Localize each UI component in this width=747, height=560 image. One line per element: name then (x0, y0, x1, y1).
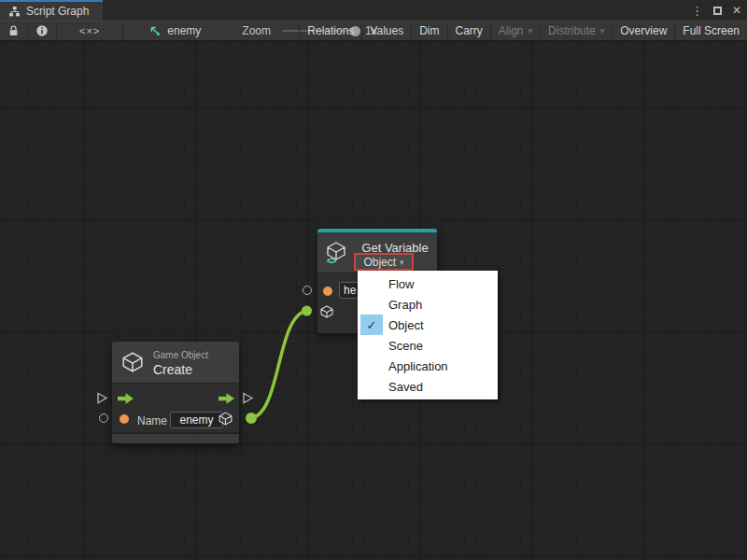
create-node-header[interactable]: Game Object Create (112, 342, 239, 384)
variable-name-port-dot[interactable] (323, 287, 332, 296)
name-outer-port[interactable] (99, 413, 108, 423)
name-input-port-dot[interactable] (120, 414, 129, 424)
flow-output-arrow-icon[interactable] (218, 393, 235, 404)
distribute-button[interactable]: Distribute▾ (540, 21, 612, 40)
close-icon[interactable]: ✕ (732, 5, 741, 16)
info-button[interactable] (28, 21, 56, 40)
create-node-title: Create (153, 362, 192, 377)
title-bar: Script Graph ⋮ ✕ (0, 0, 747, 21)
zoom-label: Zoom (242, 24, 271, 37)
flow-output-outer-port[interactable] (242, 392, 254, 404)
info-icon (35, 24, 49, 37)
gameobject-output-port-icon[interactable] (218, 411, 233, 427)
menu-item-object[interactable]: ✓ Object (358, 315, 498, 335)
variable-scope-menu: Flow Graph ✓ Object Scene Application Sa… (358, 271, 498, 399)
window-menu-icon[interactable]: ⋮ (691, 5, 703, 17)
variable-type-icon: <> (327, 256, 336, 266)
flow-input-arrow-icon[interactable] (118, 393, 134, 404)
create-node-subtitle: Game Object (153, 350, 208, 360)
graph-toolbar: <×> enemy Zoom 1x Relations Values Dim C… (0, 21, 747, 41)
graph-name: enemy (167, 24, 201, 37)
graph-icon (148, 24, 162, 37)
carry-button[interactable]: Carry (447, 21, 490, 40)
variable-name-outer-port[interactable] (303, 286, 312, 295)
tab-script-graph[interactable]: Script Graph (0, 0, 103, 21)
overview-button[interactable]: Overview (612, 21, 674, 40)
menu-item-flow[interactable]: Flow (358, 273, 498, 294)
lock-button[interactable] (0, 21, 27, 40)
flow-input-outer-port[interactable] (96, 392, 108, 404)
create-node-footer (112, 434, 239, 443)
menu-item-scene[interactable]: Scene (358, 335, 498, 356)
maximize-icon[interactable] (713, 7, 722, 15)
name-port-label: Name (137, 414, 167, 427)
graph-tree-icon (8, 6, 21, 18)
tab-title: Script Graph (26, 5, 89, 18)
align-button[interactable]: Align▾ (490, 21, 540, 40)
menu-item-saved[interactable]: Saved (358, 376, 498, 397)
dim-button[interactable]: Dim (411, 21, 446, 40)
menu-item-graph[interactable]: Graph (358, 294, 498, 315)
lock-icon (7, 24, 20, 37)
checkmark-icon: ✓ (360, 315, 383, 335)
game-object-cube-icon (120, 350, 145, 374)
variable-scope-dropdown[interactable]: Object▾ (354, 253, 414, 271)
relations-button[interactable]: Relations (299, 21, 361, 40)
graph-breadcrumb[interactable]: enemy (148, 24, 201, 37)
code-icon: <×> (64, 25, 115, 36)
menu-item-application[interactable]: Application (358, 356, 498, 376)
variable-output-port-icon[interactable] (319, 304, 334, 319)
script-graph-window: Script Graph ⋮ ✕ <×> (0, 0, 747, 560)
fullscreen-button[interactable]: Full Screen (674, 21, 747, 40)
chevron-down-icon: ▾ (400, 258, 404, 267)
edit-graph-button[interactable]: <×> (57, 21, 122, 40)
create-node[interactable]: Game Object Create Name enemy (112, 342, 239, 443)
chevron-down-icon: ▾ (529, 26, 533, 35)
chevron-down-icon: ▾ (600, 26, 605, 35)
name-input-field[interactable]: enemy (170, 412, 223, 428)
values-button[interactable]: Values (361, 21, 411, 40)
